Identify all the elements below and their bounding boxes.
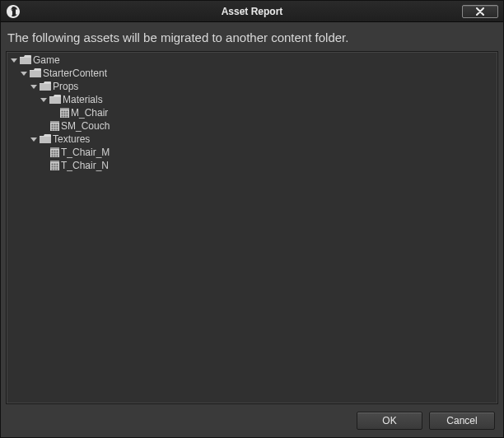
asset-icon	[59, 108, 69, 118]
svg-rect-29	[56, 153, 58, 155]
svg-rect-21	[56, 129, 58, 131]
svg-rect-24	[51, 151, 53, 152]
svg-rect-9	[63, 116, 65, 118]
asset-icon	[49, 147, 59, 157]
tree-asset-m-chair[interactable]: M_Chair	[46, 106, 497, 119]
migration-message: The following assets will be migrated to…	[6, 27, 498, 46]
folder-icon	[30, 68, 41, 78]
close-icon	[475, 7, 485, 16]
svg-rect-12	[50, 121, 59, 123]
svg-rect-19	[51, 129, 53, 131]
expander-spacer	[49, 109, 58, 117]
svg-rect-6	[63, 114, 65, 115]
svg-rect-43	[56, 169, 58, 170]
svg-rect-28	[54, 153, 55, 155]
svg-rect-30	[51, 156, 53, 157]
tree-label: StarterContent	[43, 68, 107, 79]
cancel-button[interactable]: Cancel	[429, 412, 495, 430]
svg-rect-18	[56, 127, 58, 128]
svg-rect-26	[56, 151, 58, 152]
svg-rect-32	[56, 156, 58, 157]
expander-icon[interactable]	[30, 135, 38, 143]
expander-spacer	[40, 122, 48, 130]
expander-icon[interactable]	[10, 56, 18, 64]
tree-asset-t-chair-n[interactable]: T_Chair_N	[36, 159, 497, 172]
tree-folder-textures[interactable]: Textures	[26, 133, 497, 146]
folder-icon	[20, 55, 31, 65]
tree-label: Materials	[63, 94, 103, 105]
svg-rect-25	[54, 151, 55, 152]
svg-rect-10	[66, 116, 68, 118]
svg-rect-27	[51, 153, 53, 155]
tree-label: Props	[53, 81, 78, 92]
folder-icon	[40, 82, 51, 91]
asset-report-window: Asset Report The following assets will b…	[0, 0, 504, 438]
svg-rect-36	[54, 164, 55, 165]
svg-rect-42	[54, 169, 55, 170]
svg-rect-8	[61, 116, 63, 118]
svg-rect-31	[54, 156, 55, 157]
tree-label: SM_Couch	[61, 120, 110, 132]
tree-folder-game[interactable]: Game	[7, 54, 497, 67]
tree-label: Game	[33, 54, 60, 66]
svg-rect-17	[54, 127, 55, 128]
expander-spacer	[40, 148, 48, 156]
svg-rect-20	[54, 129, 55, 131]
dialog-footer: OK Cancel	[6, 409, 498, 432]
tree-label: T_Chair_M	[61, 147, 110, 158]
expander-icon[interactable]	[40, 96, 48, 104]
window-title: Asset Report	[1, 6, 503, 17]
tree-asset-sm-couch[interactable]: SM_Couch	[36, 119, 497, 133]
svg-rect-14	[54, 124, 55, 126]
svg-rect-41	[51, 169, 53, 170]
expander-icon[interactable]	[20, 69, 28, 77]
tree-folder-startercontent[interactable]: StarterContent	[16, 67, 497, 80]
tree-label: M_Chair	[71, 107, 108, 119]
svg-rect-38	[51, 166, 53, 168]
asset-tree: Game StarterContent	[7, 54, 497, 172]
svg-rect-16	[51, 127, 53, 128]
expander-spacer	[40, 161, 48, 170]
asset-icon	[49, 161, 59, 170]
svg-rect-2	[61, 111, 63, 113]
unreal-logo-icon	[6, 4, 21, 19]
svg-rect-34	[50, 161, 59, 162]
folder-icon	[40, 134, 51, 144]
svg-rect-40	[56, 166, 58, 168]
close-button[interactable]	[462, 5, 498, 18]
dialog-body: The following assets will be migrated to…	[1, 22, 503, 437]
expander-icon[interactable]	[30, 82, 38, 91]
svg-rect-15	[56, 124, 58, 126]
tree-asset-t-chair-m[interactable]: T_Chair_M	[36, 146, 497, 159]
tree-label: T_Chair_N	[61, 160, 109, 171]
asset-icon	[49, 121, 59, 131]
tree-folder-materials[interactable]: Materials	[36, 93, 497, 106]
svg-rect-7	[66, 114, 68, 115]
ok-button[interactable]: OK	[357, 412, 422, 430]
svg-rect-4	[66, 111, 68, 113]
svg-rect-39	[54, 166, 55, 168]
svg-rect-13	[51, 124, 53, 126]
svg-rect-1	[60, 108, 69, 110]
svg-rect-23	[50, 147, 59, 149]
folder-icon	[49, 95, 61, 105]
titlebar: Asset Report	[1, 1, 503, 22]
tree-folder-props[interactable]: Props	[26, 80, 497, 93]
svg-rect-3	[63, 111, 65, 113]
asset-tree-panel[interactable]: Game StarterContent	[6, 51, 498, 404]
svg-rect-35	[51, 164, 53, 165]
svg-rect-5	[61, 114, 63, 115]
tree-label: Textures	[53, 133, 90, 145]
svg-rect-37	[56, 164, 58, 165]
